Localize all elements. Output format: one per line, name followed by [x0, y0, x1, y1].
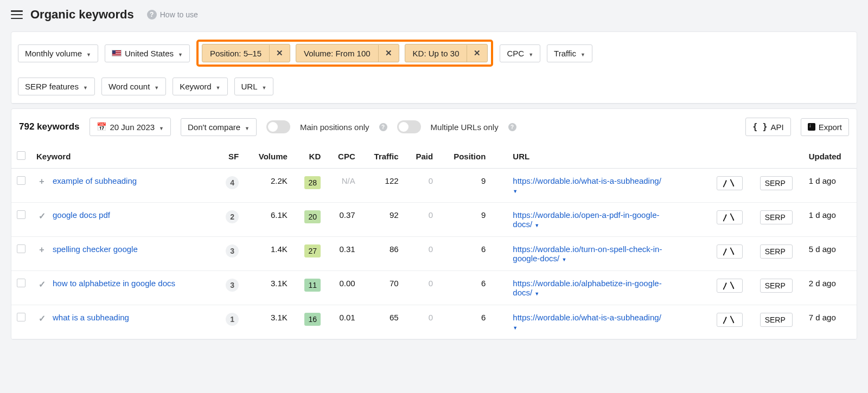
trend-icon: 〳〵 — [722, 281, 736, 290]
serp-button[interactable]: SERP — [760, 244, 793, 259]
close-icon[interactable]: ✕ — [467, 44, 487, 62]
trend-icon: 〳〵 — [722, 315, 736, 324]
cpc-cell: 0.37 — [326, 203, 360, 237]
row-checkbox[interactable] — [17, 279, 25, 287]
url-link[interactable]: https://wordable.io/what-is-a-subheading… — [513, 313, 665, 331]
how-to-use-label: How to use — [160, 10, 198, 19]
trend-icon: 〳〵 — [722, 247, 736, 256]
row-checkbox[interactable] — [17, 210, 25, 219]
download-icon — [808, 123, 815, 131]
row-checkbox[interactable] — [17, 176, 25, 185]
serp-button[interactable]: SERP — [760, 210, 793, 224]
col-keyword[interactable]: Keyword — [31, 145, 215, 169]
calendar-icon: 📅 — [97, 122, 107, 132]
help-icon[interactable]: ? — [379, 123, 387, 131]
col-url[interactable]: URL — [491, 145, 711, 169]
filter-chip-kd[interactable]: KD: Up to 30✕ — [405, 44, 488, 62]
sf-badge[interactable]: 3 — [226, 279, 239, 292]
trend-button[interactable]: 〳〵 — [717, 313, 743, 327]
main-positions-toggle[interactable] — [266, 120, 290, 133]
url-link[interactable]: https://wordable.io/alphabetize-in-googl… — [513, 279, 665, 297]
serp-button[interactable]: SERP — [760, 176, 793, 190]
trend-button[interactable]: 〳〵 — [717, 210, 743, 224]
col-position[interactable]: Position — [438, 145, 491, 169]
filter-chip-volume[interactable]: Volume: From 100✕ — [296, 44, 399, 62]
select-all-checkbox[interactable] — [17, 151, 25, 160]
col-updated[interactable]: Updated — [803, 145, 857, 169]
serp-button[interactable]: SERP — [760, 313, 793, 327]
trend-button[interactable]: 〳〵 — [717, 244, 743, 259]
row-checkbox[interactable] — [17, 313, 25, 321]
paid-cell: 0 — [404, 305, 438, 339]
volume-cell: 3.1K — [244, 305, 293, 339]
country-filter[interactable]: United States — [105, 44, 190, 62]
keyword-link[interactable]: google docs pdf — [53, 210, 110, 220]
traffic-filter[interactable]: Traffic — [547, 44, 592, 62]
updated-cell: 5 d ago — [803, 237, 857, 271]
col-cpc[interactable]: CPC — [326, 145, 360, 169]
url-link[interactable]: https://wordable.io/open-a-pdf-in-google… — [513, 210, 665, 229]
chevron-down-icon[interactable]: ▼ — [513, 189, 518, 194]
serp-button[interactable]: SERP — [760, 279, 793, 293]
help-icon[interactable]: ? — [508, 123, 516, 131]
close-icon[interactable]: ✕ — [270, 44, 290, 62]
col-paid[interactable]: Paid — [404, 145, 438, 169]
chevron-down-icon[interactable]: ▼ — [513, 325, 518, 331]
check-icon[interactable]: ✓ — [36, 279, 47, 289]
col-traffic[interactable]: Traffic — [361, 145, 404, 169]
position-cell: 6 — [438, 305, 491, 339]
keyword-link[interactable]: spelling checker google — [53, 244, 138, 254]
position-cell: 6 — [438, 271, 491, 305]
col-volume[interactable]: Volume — [244, 145, 293, 169]
export-button[interactable]: Export — [801, 118, 849, 136]
multiple-urls-toggle[interactable] — [397, 120, 421, 133]
row-checkbox[interactable] — [17, 244, 25, 253]
plus-icon[interactable]: + — [36, 244, 47, 255]
cpc-filter[interactable]: CPC — [500, 44, 540, 62]
us-flag-icon — [112, 50, 122, 56]
sf-badge[interactable]: 1 — [226, 313, 239, 326]
compare-dropdown[interactable]: Don't compare — [181, 118, 257, 136]
traffic-cell: 70 — [361, 271, 404, 305]
word-count-filter[interactable]: Word count — [101, 78, 166, 95]
active-filters-highlight: Position: 5–15✕ Volume: From 100✕ KD: Up… — [196, 40, 494, 67]
url-link[interactable]: https://wordable.io/what-is-a-subheading… — [513, 176, 665, 195]
keyword-filter[interactable]: Keyword — [173, 78, 227, 95]
updated-cell: 1 d ago — [803, 169, 857, 203]
col-kd[interactable]: KD — [293, 145, 326, 169]
kd-badge: 28 — [304, 176, 321, 189]
url-link[interactable]: https://wordable.io/turn-on-spell-check-… — [513, 244, 665, 263]
chevron-down-icon[interactable]: ▼ — [561, 257, 566, 262]
serp-features-filter[interactable]: SERP features — [18, 78, 95, 95]
updated-cell: 1 d ago — [803, 203, 857, 237]
volume-cell: 6.1K — [244, 203, 293, 237]
menu-icon[interactable] — [11, 10, 23, 19]
keyword-link[interactable]: what is a subheading — [53, 313, 129, 322]
close-icon[interactable]: ✕ — [379, 44, 399, 62]
check-icon[interactable]: ✓ — [36, 210, 47, 221]
plus-icon[interactable]: + — [36, 176, 47, 187]
keyword-count: 792 keywords — [19, 121, 80, 132]
keyword-link[interactable]: how to alphabetize in google docs — [53, 279, 175, 288]
check-icon[interactable]: ✓ — [36, 313, 47, 324]
table-row: + example of subheading 4 2.2K 28 N/A 12… — [11, 169, 857, 203]
trend-button[interactable]: 〳〵 — [717, 279, 743, 293]
sf-badge[interactable]: 3 — [226, 244, 239, 257]
monthly-volume-filter[interactable]: Monthly volume — [18, 44, 98, 62]
sf-badge[interactable]: 2 — [226, 210, 239, 223]
keyword-link[interactable]: example of subheading — [53, 176, 137, 185]
paid-cell: 0 — [404, 203, 438, 237]
url-filter[interactable]: URL — [234, 78, 274, 95]
cpc-cell: 0.31 — [326, 237, 360, 271]
filter-chip-position[interactable]: Position: 5–15✕ — [202, 44, 290, 62]
col-sf[interactable]: SF — [215, 145, 244, 169]
how-to-use-link[interactable]: ? How to use — [147, 10, 198, 20]
sf-badge[interactable]: 4 — [226, 176, 239, 189]
chevron-down-icon[interactable]: ▼ — [534, 291, 539, 297]
position-cell: 6 — [438, 237, 491, 271]
date-picker[interactable]: 📅20 Jun 2023 — [90, 118, 171, 136]
chevron-down-icon[interactable]: ▼ — [534, 223, 539, 228]
trend-button[interactable]: 〳〵 — [717, 176, 743, 190]
api-button[interactable]: API — [745, 118, 790, 136]
trend-icon: 〳〵 — [722, 179, 736, 188]
